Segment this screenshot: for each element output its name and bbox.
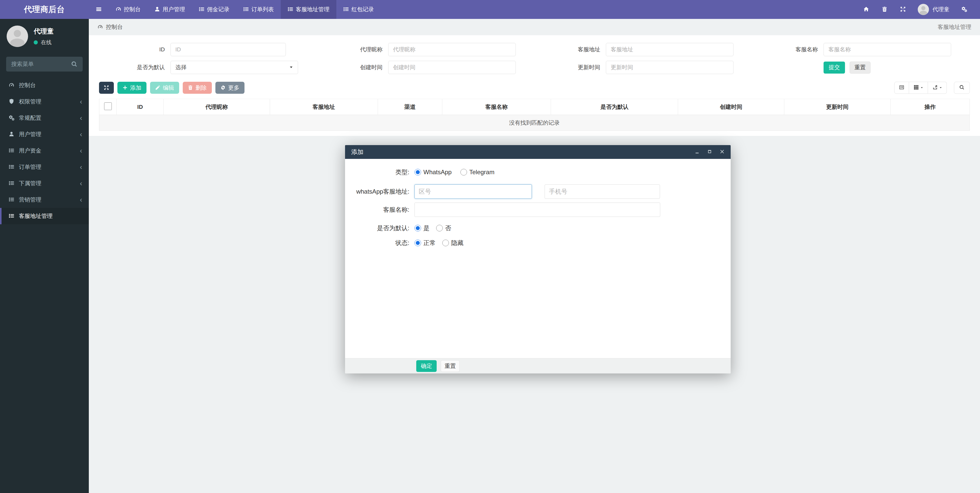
gears-icon	[9, 115, 14, 121]
breadcrumb-location[interactable]: 控制台	[106, 23, 123, 31]
col-id[interactable]: ID	[117, 99, 164, 115]
main-content: 控制台 客服地址管理 ID 代理昵称 客服地址 客服名称 是否为默认	[89, 19, 980, 136]
sidebar-item-subordinate[interactable]: 下属管理 ‹	[0, 175, 89, 191]
sidebar-item-user-funds[interactable]: 用户资金 ‹	[0, 142, 89, 159]
col-channel[interactable]: 渠道	[378, 99, 442, 115]
nav-item-users[interactable]: 用户管理	[148, 0, 192, 19]
sidebar-toggle-button[interactable]	[89, 0, 109, 19]
user-menu[interactable]: 代理童	[912, 4, 955, 15]
table-search-button[interactable]	[954, 82, 970, 94]
refresh-button[interactable]	[99, 82, 114, 94]
gears-icon	[961, 6, 967, 13]
sidebar-user-name: 代理童	[34, 27, 54, 36]
sidebar-user-panel: 代理童 在线	[0, 19, 89, 52]
radio-whatsapp[interactable]: WhatsApp	[414, 169, 452, 176]
gauge-icon	[97, 24, 103, 30]
col-service-name[interactable]: 客服名称	[442, 99, 551, 115]
sidebar-item-service-address[interactable]: 客服地址管理	[0, 208, 89, 224]
list-icon	[9, 164, 14, 171]
col-created-at[interactable]: 创建时间	[678, 99, 784, 115]
sidebar-item-order-management[interactable]: 订单管理 ‹	[0, 159, 89, 175]
filter-form: ID 代理昵称 客服地址 客服名称 是否为默认 选择	[99, 41, 970, 76]
table-header-row: ID 代理昵称 客服地址 渠道 客服名称 是否为默认 创建时间 更新时间 操作	[99, 99, 970, 115]
shield-icon	[9, 98, 14, 105]
submit-button[interactable]: 提交	[824, 62, 845, 73]
table-toolbar: 添加 编辑 删除 更多	[99, 82, 970, 94]
filter-created-label: 创建时间	[317, 64, 388, 71]
nav-item-redpacket[interactable]: 红包记录	[336, 0, 381, 19]
gauge-icon	[116, 6, 121, 13]
settings-button[interactable]	[955, 0, 974, 19]
default-radio-group: 是 否	[414, 224, 451, 232]
user-icon	[9, 131, 14, 138]
detail-view-button[interactable]	[894, 82, 909, 94]
list-icon	[9, 213, 14, 219]
minimize-icon[interactable]	[695, 149, 700, 155]
filter-agent-input[interactable]	[388, 43, 516, 56]
service-name-input[interactable]	[414, 203, 660, 217]
gauge-icon	[9, 82, 14, 89]
breadcrumb-page: 客服地址管理	[938, 23, 971, 31]
filter-default-select[interactable]: 选择	[170, 61, 298, 74]
avatar	[6, 26, 28, 47]
export-button[interactable]	[928, 82, 947, 94]
select-all-checkbox[interactable]	[104, 102, 112, 110]
filter-name-input[interactable]	[824, 43, 951, 56]
filter-updated-label: 更新时间	[535, 64, 606, 71]
nav-item-orders[interactable]: 订单列表	[236, 0, 281, 19]
sidebar-user-status: 在线	[34, 39, 54, 46]
area-code-input[interactable]	[414, 184, 532, 199]
status-label: 状态:	[345, 239, 414, 247]
pencil-icon	[155, 85, 160, 91]
filter-created-input[interactable]	[388, 61, 516, 74]
nav-item-commission[interactable]: 佣金记录	[192, 0, 236, 19]
more-button[interactable]: 更多	[215, 82, 245, 94]
col-service-address[interactable]: 客服地址	[270, 99, 378, 115]
clear-cache-button[interactable]	[875, 0, 894, 19]
chevron-left-icon: ‹	[80, 163, 82, 171]
dialog-titlebar[interactable]: 添加	[345, 145, 731, 159]
list-icon	[9, 196, 14, 203]
radio-default-yes[interactable]: 是	[414, 224, 430, 232]
filter-address-input[interactable]	[606, 43, 733, 56]
filter-updated-input[interactable]	[606, 61, 733, 74]
col-agent-nickname[interactable]: 代理昵称	[164, 99, 270, 115]
confirm-button[interactable]: 确定	[416, 360, 437, 372]
radio-telegram[interactable]: Telegram	[460, 169, 495, 176]
add-button[interactable]: 添加	[118, 82, 146, 94]
list-icon	[9, 147, 14, 154]
columns-toggle-button[interactable]	[909, 82, 928, 94]
breadcrumb: 控制台 客服地址管理	[89, 19, 980, 35]
col-updated-at[interactable]: 更新时间	[784, 99, 891, 115]
phone-number-input[interactable]	[545, 184, 660, 199]
dialog-reset-button[interactable]: 重置	[441, 360, 460, 372]
radio-default-no[interactable]: 否	[436, 224, 451, 232]
list-icon	[343, 6, 349, 13]
home-button[interactable]	[857, 0, 875, 19]
maximize-icon[interactable]	[707, 149, 712, 155]
filter-agent-label: 代理昵称	[317, 46, 388, 53]
view-toggle-group	[894, 82, 947, 94]
fullscreen-button[interactable]	[894, 0, 912, 19]
delete-button[interactable]: 删除	[183, 82, 212, 94]
sidebar-item-dashboard[interactable]: 控制台	[0, 77, 89, 94]
list-icon	[288, 6, 293, 13]
sidebar-item-general-config[interactable]: 常规配置 ‹	[0, 110, 89, 126]
filter-id-label: ID	[99, 46, 170, 53]
sidebar-item-user-management[interactable]: 用户管理 ‹	[0, 126, 89, 142]
nav-item-service-address[interactable]: 客服地址管理	[281, 0, 336, 19]
radio-status-normal[interactable]: 正常	[414, 239, 436, 247]
filter-id-input[interactable]	[170, 43, 286, 56]
edit-button[interactable]: 编辑	[150, 82, 179, 94]
sidebar-item-permissions[interactable]: 权限管理 ‹	[0, 94, 89, 110]
search-icon[interactable]	[71, 61, 78, 69]
col-is-default[interactable]: 是否为默认	[551, 99, 678, 115]
close-icon[interactable]	[720, 149, 724, 155]
sidebar-search	[6, 57, 83, 72]
reset-button[interactable]: 重置	[850, 62, 870, 73]
nav-item-dashboard[interactable]: 控制台	[109, 0, 148, 19]
avatar	[918, 4, 929, 15]
refresh-icon	[104, 85, 109, 91]
sidebar-item-marketing[interactable]: 营销管理 ‹	[0, 191, 89, 208]
radio-status-hidden[interactable]: 隐藏	[442, 239, 463, 247]
